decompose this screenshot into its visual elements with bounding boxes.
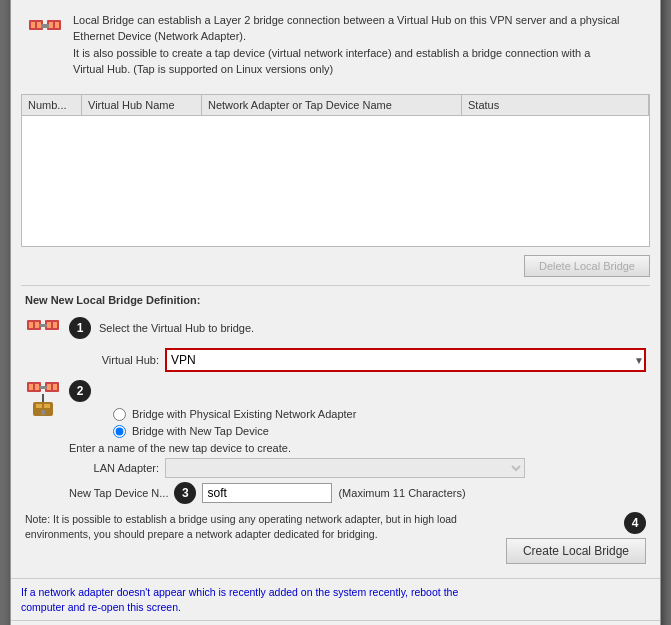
section-title: New New Local Bridge Definition: <box>25 294 646 306</box>
step3-circle: 3 <box>174 482 196 504</box>
svg-rect-19 <box>29 384 33 390</box>
svg-rect-22 <box>47 384 51 390</box>
radio-tap[interactable] <box>113 425 126 438</box>
tap-name-row: New Tap Device N... 3 (Maximum 11 Charac… <box>69 482 646 504</box>
table-header: Numb... Virtual Hub Name Network Adapter… <box>22 95 649 116</box>
lan-adapter-label: LAN Adapter: <box>69 462 159 474</box>
svg-rect-6 <box>37 22 41 28</box>
note-create-row: Note: It is possible to establish a brid… <box>25 512 646 564</box>
bottom-bar: Exit <box>11 620 660 625</box>
divider <box>21 285 650 286</box>
svg-rect-8 <box>49 22 53 28</box>
bridge-def-section: New New Local Bridge Definition: 1 Selec… <box>21 294 650 564</box>
svg-rect-9 <box>55 22 59 28</box>
max-chars-label: (Maximum 11 Characters) <box>338 487 465 499</box>
lan-adapter-row: LAN Adapter: <box>69 458 646 478</box>
delete-local-bridge-button[interactable]: Delete Local Bridge <box>524 255 650 277</box>
table-body <box>22 116 649 246</box>
tap-device-label: New Tap Device N... <box>69 487 168 499</box>
svg-rect-23 <box>53 384 57 390</box>
step2-circle: 2 <box>69 380 91 402</box>
radio-tap-label[interactable]: Bridge with New Tap Device <box>132 425 269 437</box>
step1-row: 1 Select the Virtual Hub to bridge. <box>25 314 646 342</box>
create-local-bridge-button[interactable]: Create Local Bridge <box>506 538 646 564</box>
svg-rect-20 <box>35 384 39 390</box>
info-section: Local Bridge can establish a Layer 2 bri… <box>21 6 650 84</box>
bottom-note: If a network adapter doesn't appear whic… <box>11 578 660 620</box>
virtual-hub-row: Virtual Hub: VPN ▼ <box>69 348 646 372</box>
svg-rect-28 <box>44 404 50 408</box>
virtual-hub-select[interactable]: VPN <box>165 348 646 372</box>
svg-rect-24 <box>39 386 47 389</box>
step2-row: 2 Bridge with Physical Existing Network … <box>25 380 646 508</box>
step2-bridge-icon <box>25 380 61 428</box>
step1-label: Select the Virtual Hub to bridge. <box>99 322 254 334</box>
svg-rect-15 <box>47 322 51 328</box>
step1-circle: 1 <box>69 317 91 339</box>
col-adapter: Network Adapter or Tap Device Name <box>202 95 462 115</box>
svg-rect-5 <box>31 22 35 28</box>
col-status: Status <box>462 95 649 115</box>
main-window: Local Bridge Settings ✕ Local Bridge can… <box>10 0 661 625</box>
radio-section: Bridge with Physical Existing Network Ad… <box>113 408 646 438</box>
note-text: Note: It is possible to establish a brid… <box>25 512 498 541</box>
enter-tap-label: Enter a name of the new tap device to cr… <box>69 442 646 454</box>
virtual-hub-container: VPN ▼ <box>165 348 646 372</box>
radio-physical[interactable] <box>113 408 126 421</box>
delete-row: Delete Local Bridge <box>21 255 650 277</box>
col-hub: Virtual Hub Name <box>82 95 202 115</box>
radio-physical-row: Bridge with Physical Existing Network Ad… <box>113 408 646 421</box>
svg-rect-29 <box>41 410 45 415</box>
step1-bridge-icon <box>25 314 61 342</box>
bridge-table: Numb... Virtual Hub Name Network Adapter… <box>21 94 650 247</box>
step2-content: 2 Bridge with Physical Existing Network … <box>69 380 646 508</box>
tap-name-input[interactable] <box>202 483 332 503</box>
svg-rect-27 <box>36 404 42 408</box>
virtual-hub-label: Virtual Hub: <box>69 354 159 366</box>
svg-rect-17 <box>39 324 47 327</box>
radio-tap-row: Bridge with New Tap Device <box>113 425 646 438</box>
svg-rect-13 <box>35 322 39 328</box>
step4-circle: 4 <box>624 512 646 534</box>
window-body: Local Bridge can establish a Layer 2 bri… <box>11 0 660 578</box>
lan-adapter-select[interactable] <box>165 458 525 478</box>
radio-physical-label[interactable]: Bridge with Physical Existing Network Ad… <box>132 408 356 420</box>
bridge-info-icon <box>27 12 63 40</box>
col-number: Numb... <box>22 95 82 115</box>
info-text: Local Bridge can establish a Layer 2 bri… <box>73 12 619 78</box>
svg-rect-16 <box>53 322 57 328</box>
svg-rect-10 <box>41 24 49 28</box>
svg-rect-12 <box>29 322 33 328</box>
create-btn-area: 4 Create Local Bridge <box>506 512 646 564</box>
